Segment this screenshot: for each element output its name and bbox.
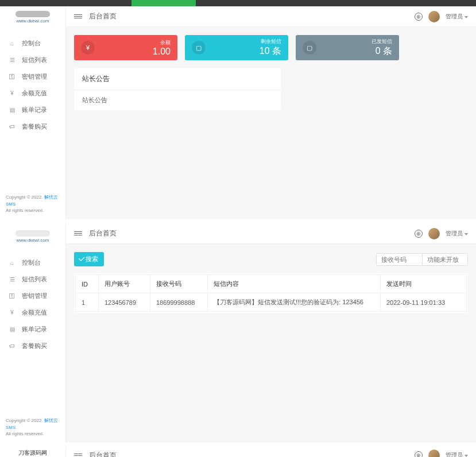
globe-icon[interactable]: ⊕ <box>415 13 423 21</box>
logo-text: 刀客源码网 <box>6 449 60 457</box>
cell-time: 2022-09-11 19:01:33 <box>381 293 467 312</box>
top-green-indicator <box>131 0 196 6</box>
card-sent-sms: ▢ 已发短信 0 条 <box>296 35 399 60</box>
card-label: 剩余短信 <box>206 38 281 45</box>
check-icon <box>80 255 83 263</box>
cell-content: 【刀客源码网】短信发送测试!!!您的验证码为: 123456 <box>208 293 381 312</box>
sidebar-footer: Copyright © 2022. 解忧云SMS All rights rese… <box>0 189 65 219</box>
topbar: 后台首页 ⊕ 管理员 <box>66 223 476 244</box>
globe-icon[interactable]: ⊕ <box>415 230 423 238</box>
card-balance: ¥ 余额 1.00 <box>74 35 177 60</box>
globe-icon[interactable]: ⊕ <box>415 451 423 457</box>
monitor-icon: ▢ <box>303 41 316 55</box>
sidebar: www.dkewl.com ⌂ 控制台 ☰ 短信列表 ⚿ 密钥管理 ¥ 余额充值… <box>0 0 66 219</box>
nav-label: 控制台 <box>22 258 41 267</box>
card-remaining-sms: ▢ 剩余短信 10 条 <box>185 35 288 60</box>
rights-text: All rights reserved. <box>6 208 44 213</box>
home-icon: ⌂ <box>8 259 16 267</box>
avatar[interactable] <box>428 11 440 22</box>
nav-label: 余额充值 <box>22 308 47 317</box>
sidebar: www.dkewl.com ⌂ 控制台 ☰ 短信列表 ⚿ 密钥管理 ¥ 余额充值… <box>0 223 66 443</box>
caret-down-icon <box>465 233 468 235</box>
user-name[interactable]: 管理员 <box>446 230 468 238</box>
phone-input[interactable] <box>376 253 422 266</box>
nav-label: 密钥管理 <box>22 292 47 300</box>
logo: 刀客源码网 www.dkewl.com <box>0 449 65 457</box>
nav-bill-record[interactable]: ▤ 账单记录 <box>0 321 65 338</box>
nav-sms-list[interactable]: ☰ 短信列表 <box>0 271 65 288</box>
nav-label: 套餐购买 <box>22 342 47 350</box>
col-time: 发送时间 <box>381 275 467 293</box>
table-header-row: ID 用户账号 接收号码 短信内容 发送时间 <box>76 275 467 293</box>
sidebar: 刀客源码网 www.dkewl.com <box>0 447 66 457</box>
nav-label: 账单记录 <box>22 106 47 114</box>
key-icon: ⚿ <box>8 73 16 81</box>
nav-key-manage[interactable]: ⚿ 密钥管理 <box>0 68 65 85</box>
topbar: 后台首页 ⊕ 管理员 <box>66 447 476 457</box>
page-title: 后台首页 <box>89 228 117 238</box>
sidebar-footer: Copyright © 2022. 解忧云SMS All rights rese… <box>0 413 65 443</box>
yen-icon: ¥ <box>8 90 16 98</box>
key-icon: ⚿ <box>8 292 16 300</box>
nav-package-buy[interactable]: 🏷 套餐购买 <box>0 118 65 135</box>
nav-bill-record[interactable]: ▤ 账单记录 <box>0 102 65 118</box>
nav-label: 短信列表 <box>22 56 47 64</box>
yen-icon: ¥ <box>81 41 95 55</box>
announcement-panel: 站长公告 站长公告 <box>74 68 281 110</box>
nav-sms-list[interactable]: ☰ 短信列表 <box>0 52 65 68</box>
col-content: 短信内容 <box>208 275 381 293</box>
nav-key-manage[interactable]: ⚿ 密钥管理 <box>0 288 65 304</box>
card-value: 10 条 <box>206 45 281 57</box>
logo-image <box>16 11 50 17</box>
logo: www.dkewl.com <box>0 9 65 28</box>
logo: www.dkewl.com <box>0 228 65 247</box>
cell-user: 123456789 <box>99 293 150 312</box>
panel-body: 站长公告 <box>74 90 281 110</box>
list-icon: ☰ <box>8 276 16 284</box>
nav-label: 控制台 <box>22 39 41 48</box>
record-icon: ▤ <box>8 326 16 334</box>
list-icon: ☰ <box>8 56 16 64</box>
logo-url: www.dkewl.com <box>6 18 60 24</box>
yen-icon: ¥ <box>8 309 16 317</box>
cell-phone: 18699998888 <box>150 293 208 312</box>
sms-table: ID 用户账号 接收号码 短信内容 发送时间 1 123456789 18699… <box>75 274 467 312</box>
nav-package-buy[interactable]: 🏷 套餐购买 <box>0 338 65 354</box>
menu-toggle-icon[interactable] <box>74 14 82 18</box>
table-row[interactable]: 1 123456789 18699998888 【刀客源码网】短信发送测试!!!… <box>76 293 467 312</box>
nav-recharge[interactable]: ¥ 余额充值 <box>0 85 65 102</box>
function-input[interactable] <box>422 253 468 266</box>
card-label: 已发短信 <box>316 38 392 45</box>
nav-label: 密钥管理 <box>22 72 47 81</box>
menu-toggle-icon[interactable] <box>74 231 82 235</box>
card-value: 0 条 <box>316 45 392 57</box>
nav-label: 账单记录 <box>22 325 47 334</box>
logo-url: www.dkewl.com <box>6 238 60 243</box>
rights-text: All rights reserved. <box>6 431 44 436</box>
nav-label: 套餐购买 <box>22 122 47 131</box>
monitor-icon: ▢ <box>192 41 206 55</box>
nav-dashboard[interactable]: ⌂ 控制台 <box>0 254 65 271</box>
menu-toggle-icon[interactable] <box>74 454 82 458</box>
col-user: 用户账号 <box>99 275 150 293</box>
copyright-text: Copyright © 2022. <box>6 418 43 423</box>
topbar: 后台首页 ⊕ 管理员 <box>66 6 476 27</box>
avatar[interactable] <box>428 228 440 239</box>
nav-recharge[interactable]: ¥ 余额充值 <box>0 304 65 321</box>
col-id: ID <box>76 275 99 293</box>
page-title: 后台首页 <box>89 451 117 458</box>
caret-down-icon <box>465 455 468 457</box>
nav: ⌂ 控制台 ☰ 短信列表 ⚿ 密钥管理 ¥ 余额充值 ▤ 账单记录 🏷 套餐购买 <box>0 247 65 413</box>
copyright-text: Copyright © 2022. <box>6 195 43 200</box>
user-name[interactable]: 管理员 <box>446 13 468 21</box>
avatar[interactable] <box>428 450 440 457</box>
tag-icon: 🏷 <box>8 342 16 350</box>
user-name[interactable]: 管理员 <box>446 451 468 457</box>
nav-dashboard[interactable]: ⌂ 控制台 <box>0 35 65 52</box>
cell-id: 1 <box>76 293 99 312</box>
record-icon: ▤ <box>8 106 16 114</box>
nav-label: 短信列表 <box>22 275 47 284</box>
col-phone: 接收号码 <box>150 275 208 293</box>
page-title: 后台首页 <box>89 11 117 21</box>
search-button[interactable]: 搜索 <box>74 252 104 266</box>
